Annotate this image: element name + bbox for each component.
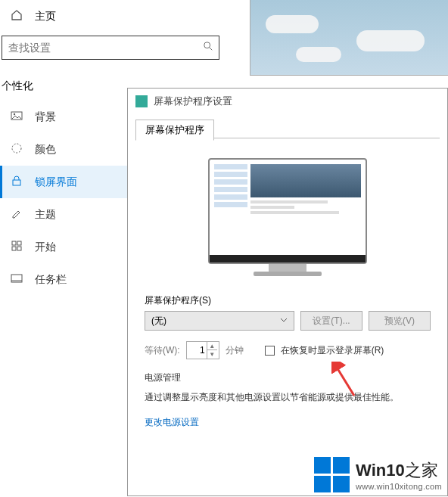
watermark-brand-prefix: Win10	[356, 461, 405, 480]
tab-body: 屏幕保护程序(S) (无) 设置(T)... 预览(V) 等待(W): ▲▼ 分…	[128, 138, 447, 429]
home-label: 主页	[35, 10, 56, 23]
monitor-preview	[208, 158, 367, 276]
svg-point-4	[12, 144, 21, 153]
palette-icon	[11, 142, 24, 157]
nav-label: 颜色	[35, 143, 56, 157]
svg-point-0	[204, 42, 210, 48]
svg-line-1	[210, 48, 213, 51]
power-settings-link[interactable]: 更改电源设置	[145, 416, 431, 429]
tab-screensaver[interactable]: 屏幕保护程序	[135, 120, 214, 141]
lockscreen-preview	[250, 0, 448, 76]
spin-down-icon[interactable]: ▼	[207, 350, 217, 359]
svg-rect-5	[13, 180, 20, 185]
dialog-title: 屏幕保护程序设置	[154, 95, 232, 108]
svg-rect-6	[12, 241, 16, 245]
nav-label: 背景	[35, 110, 56, 124]
search-box[interactable]	[2, 36, 219, 60]
lock-icon	[11, 175, 24, 189]
wait-input[interactable]	[187, 345, 207, 356]
home-nav-item[interactable]: 主页	[0, 0, 242, 33]
screensaver-dropdown[interactable]: (无)	[145, 311, 294, 331]
svg-rect-8	[12, 247, 16, 250]
svg-rect-7	[17, 241, 21, 245]
search-input[interactable]	[2, 42, 198, 54]
settings-button[interactable]: 设置(T)...	[300, 311, 362, 331]
wait-label: 等待(W):	[145, 344, 180, 357]
wait-unit: 分钟	[226, 344, 244, 357]
power-desc: 通过调整显示亮度和其他电源设置以节省能源或提供最佳性能。	[145, 390, 431, 404]
nav-label: 任务栏	[35, 273, 67, 287]
nav-label: 主题	[35, 208, 56, 222]
windows-logo-icon	[314, 457, 350, 492]
dropdown-value: (无)	[151, 315, 166, 328]
resume-label: 在恢复时显示登录屏幕(R)	[281, 344, 384, 357]
dialog-titlebar: 屏幕保护程序设置	[128, 89, 447, 114]
home-icon	[11, 9, 24, 23]
svg-point-3	[14, 113, 15, 115]
power-title: 电源管理	[145, 371, 431, 384]
screensaver-dialog: 屏幕保护程序设置 屏幕保护程序 屏幕保护程序(S)	[127, 88, 448, 496]
preview-button[interactable]: 预览(V)	[369, 311, 431, 331]
search-icon	[198, 41, 219, 54]
taskbar-icon	[11, 272, 24, 287]
watermark-url: www.win10xitong.com	[356, 482, 442, 491]
resume-checkbox[interactable]	[265, 346, 275, 356]
picture-icon	[11, 110, 24, 124]
theme-icon	[11, 207, 24, 222]
svg-rect-9	[17, 247, 21, 250]
nav-label: 锁屏界面	[35, 176, 77, 189]
chevron-down-icon	[280, 315, 288, 326]
watermark-brand-suffix: 之家	[405, 461, 438, 480]
nav-label: 开始	[35, 241, 56, 254]
spin-up-icon[interactable]: ▲	[207, 342, 217, 350]
tab-strip: 屏幕保护程序	[135, 119, 440, 138]
dialog-icon	[135, 95, 148, 107]
watermark: Win10之家 www.win10xitong.com	[314, 457, 442, 492]
screensaver-label: 屏幕保护程序(S)	[145, 294, 431, 307]
start-icon	[11, 240, 24, 254]
wait-spinner[interactable]: ▲▼	[186, 341, 219, 359]
